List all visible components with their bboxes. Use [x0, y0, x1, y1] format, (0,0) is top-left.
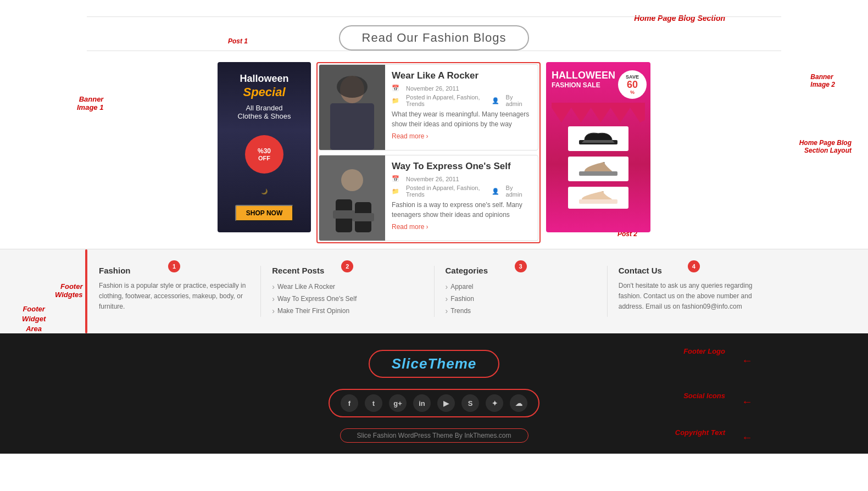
banner1-shopnow-button[interactable]: SHOP NOW — [235, 205, 293, 221]
banner1-discount-badge: %30 OFF — [245, 135, 283, 174]
footer-logo-annotation: Footer Logo — [683, 347, 725, 355]
social-twitter[interactable]: t — [365, 394, 382, 412]
footer-widget-2: 2 Recent Posts Wear Like A Rocker Way To… — [261, 266, 434, 317]
widget3-list: Apparel Fashion Trends — [446, 281, 596, 317]
widget1-text: Fashion is a popular style or practice, … — [99, 281, 249, 313]
copyright-arrow: ← — [742, 431, 753, 444]
banner1-halloween: Halloween — [238, 73, 291, 85]
post2-title: Way To Express One's Self — [392, 161, 531, 172]
svg-marker-11 — [552, 103, 645, 122]
widget4-badge: 4 — [688, 260, 700, 272]
post2-cat-value: Posted in Apparel, Fashion, Trends — [406, 185, 485, 198]
banner1-percent: %30 — [258, 147, 271, 155]
social-linkedin[interactable]: in — [413, 394, 431, 412]
post1-readmore[interactable]: Read more › — [392, 132, 531, 140]
banner1-title-block: Halloween Special All BrandedClothes & S… — [238, 73, 291, 120]
footer-logo-arrow: ← — [742, 354, 753, 367]
banner1-subtitle: All BrandedClothes & Shoes — [238, 104, 291, 120]
posts-column: Wear Like A Rocker 📅November 26, 2011 📁P… — [319, 64, 538, 241]
widget4-text: Don't hesitate to ask us any queries reg… — [619, 281, 769, 313]
banner1-annotation: BannerImage 1 — [77, 95, 103, 111]
posts-outer-border: Wear Like A Rocker 📅November 26, 2011 📁P… — [316, 62, 541, 243]
footer-widgtes-annotation: FooterWidgtes — [55, 282, 82, 299]
post2-readmore[interactable]: Read more › — [392, 223, 531, 231]
social-youtube[interactable]: ▶ — [437, 394, 455, 412]
social-rss[interactable]: ✦ — [486, 394, 503, 412]
post2-excerpt: Fashion is a way to express one's self. … — [392, 200, 531, 220]
post1-readmore-text: Read more — [392, 132, 424, 140]
svg-point-3 — [337, 76, 368, 98]
widget2-item-2[interactable]: Way To Express One's Self — [272, 293, 422, 305]
footer-copyright: Slice Fashion WordPress Theme By InkThem… — [340, 428, 528, 443]
banner-2: HALLOWEEN FASHION SALE SAVE 60 % — [546, 62, 650, 232]
widget2-list: Wear Like A Rocker Way To Express One's … — [272, 281, 422, 317]
footer-widget-4: 4 Contact Us Don't hesitate to ask us an… — [608, 266, 780, 317]
post2-image — [319, 155, 385, 241]
banner2-halloween: HALLOWEEN — [552, 70, 615, 81]
footer-logo: SliceTheme — [369, 350, 500, 378]
post2-readmore-text: Read more — [392, 223, 424, 231]
footer-widget-3: 3 Categories Apparel Fashion Trends — [435, 266, 608, 317]
post2-date-value: November 26, 2011 — [406, 176, 459, 182]
post2-author-value: By admin — [506, 185, 527, 198]
widget2-item-3[interactable]: Make Their First Opinion — [272, 305, 422, 317]
copyright-annotation: Copyright Text — [675, 428, 725, 437]
svg-rect-7 — [333, 210, 355, 219]
widget2-item-1[interactable]: Wear Like A Rocker — [272, 281, 422, 293]
post1-author-value: By admin — [506, 94, 527, 107]
banner2-shoes — [568, 126, 628, 209]
svg-rect-8 — [352, 213, 374, 221]
social-facebook[interactable]: f — [341, 394, 358, 412]
footer-widget-area: FooterWidgtes FooterWidgetArea 1 Fashion… — [0, 249, 868, 333]
main-content: Home Page Blog Section Read Our Fashion … — [0, 0, 868, 454]
home-blog-layout-annotation: Home Page BlogSection Layout — [799, 139, 852, 154]
heading-divider — [87, 16, 781, 17]
banner2-annotation: BannerImage 2 — [810, 73, 835, 88]
widget1-badge: 1 — [168, 260, 180, 272]
svg-rect-15 — [579, 199, 617, 204]
banner1-special: Special — [238, 85, 291, 99]
widget3-item-1[interactable]: Apparel — [446, 281, 596, 293]
widget3-item-3[interactable]: Trends — [446, 305, 596, 317]
post2-categories: 📁Posted in Apparel, Fashion, Trends 👤By … — [392, 185, 531, 198]
banner1-special-text: Special — [238, 85, 291, 99]
banner-1: Halloween Special All BrandedClothes & S… — [218, 62, 311, 232]
social-stumble[interactable]: ☁ — [510, 394, 527, 412]
post1-date-value: November 26, 2011 — [406, 85, 459, 92]
post1-excerpt: What they wear is meaningful. Many teena… — [392, 109, 531, 129]
social-icons-annotation: Social Icons — [683, 392, 725, 400]
post1-content: Wear Like A Rocker 📅November 26, 2011 📁P… — [385, 65, 538, 150]
post1-readmore-arrow: › — [426, 132, 428, 140]
widget3-badge: 3 — [515, 260, 527, 272]
footer-widget-1: 1 Fashion Fashion is a popular style or … — [88, 266, 261, 317]
post1-cat-value: Posted in Apparel, Fashion, Trends — [406, 94, 485, 107]
widget3-item-2[interactable]: Fashion — [446, 293, 596, 305]
widget2-badge: 2 — [341, 260, 353, 272]
post1-title: Wear Like A Rocker — [392, 70, 531, 81]
post-card-2: Way To Express One's Self 📅November 26, … — [319, 155, 538, 241]
post2-date: 📅November 26, 2011 — [392, 175, 531, 182]
post2-content: Way To Express One's Self 📅November 26, … — [385, 155, 538, 241]
post-card-1: Wear Like A Rocker 📅November 26, 2011 📁P… — [319, 64, 538, 150]
banner2-save-pct: % — [630, 90, 635, 95]
social-icons-row: f t g+ in ▶ S ✦ ☁ — [329, 389, 539, 417]
social-google[interactable]: g+ — [389, 394, 407, 412]
shoe-platform-1 — [568, 126, 628, 151]
social-skype[interactable]: S — [461, 394, 479, 412]
blog-section-heading: Read Our Fashion Blogs — [0, 16, 868, 51]
heading-divider-bottom — [87, 51, 781, 51]
svg-rect-13 — [579, 171, 617, 176]
top-section: Home Page Blog Section Read Our Fashion … — [0, 11, 868, 243]
shoe-platform-2 — [568, 157, 628, 181]
post1-image — [319, 65, 385, 150]
shoe-platform-3 — [568, 187, 628, 209]
banner1-off: OFF — [258, 155, 270, 161]
banner1-decoration: 🌙 — [261, 188, 268, 194]
banner2-spikes — [552, 102, 645, 124]
social-icons-arrow: ← — [742, 395, 753, 408]
blog-row: BannerImage 1 Halloween Special All Bran… — [0, 62, 868, 243]
banner2-save-num: 60 — [627, 80, 638, 90]
banner2-save-badge: SAVE 60 % — [618, 70, 647, 99]
footer-widget-area-annotation: FooterWidgetArea — [22, 304, 46, 334]
svg-point-9 — [341, 169, 363, 191]
